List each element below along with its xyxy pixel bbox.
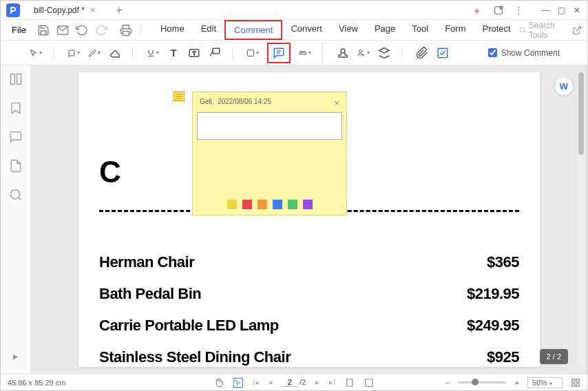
color-orange[interactable] (258, 200, 267, 209)
add-tab-button[interactable]: + (109, 4, 129, 17)
svg-text:T: T (193, 50, 196, 56)
note-textarea[interactable] (197, 112, 342, 140)
tab-protect[interactable]: Protect (474, 20, 518, 40)
fullscreen-icon[interactable] (571, 378, 580, 388)
close-button[interactable]: ✕ (574, 6, 580, 15)
text-tool[interactable]: T (167, 47, 180, 59)
scrollbar-thumb[interactable] (578, 72, 584, 155)
color-purple[interactable] (303, 200, 313, 209)
svg-rect-26 (17, 74, 21, 85)
tab-close-icon[interactable]: × (90, 5, 96, 15)
search-placeholder: Search Tools (529, 21, 565, 40)
hand-tool-icon[interactable] (214, 378, 224, 388)
mail-icon[interactable] (56, 24, 69, 36)
color-red[interactable] (242, 200, 252, 209)
pencil-tool[interactable] (88, 47, 101, 59)
underline-tool[interactable] (147, 47, 159, 59)
tab-edit[interactable]: Edit (193, 20, 224, 40)
tab-page[interactable]: Page (366, 20, 403, 40)
comments-panel-icon[interactable] (9, 130, 23, 144)
bookmark-icon[interactable] (9, 101, 23, 115)
zoom-out-icon[interactable]: − (445, 379, 450, 387)
note-marker-icon[interactable] (174, 92, 185, 101)
show-comment-toggle[interactable]: Show Comment (488, 48, 580, 58)
undo-icon[interactable] (76, 24, 88, 36)
word-export-icon[interactable]: W (554, 76, 574, 96)
svg-point-27 (10, 190, 19, 199)
zoom-in-icon[interactable]: + (514, 379, 518, 387)
color-blue[interactable] (273, 200, 282, 209)
page-input[interactable] (282, 378, 297, 387)
svg-point-23 (363, 54, 364, 55)
attachments-panel-icon[interactable] (9, 159, 23, 173)
sparkle-icon[interactable]: ✦ (472, 5, 483, 16)
svg-line-6 (576, 26, 580, 30)
approve-tool[interactable] (378, 47, 390, 59)
list-item: Stainless Steel Dining Chair$925 (99, 348, 519, 366)
titlebar: P bill-Copy.pdf * × + ✦ ⋮ — ▢ ✕ (1, 1, 587, 20)
next-page-icon[interactable]: ▸ (315, 378, 319, 387)
callout-tool[interactable] (209, 47, 221, 59)
zoom-dropdown[interactable]: 50% ▾ (527, 377, 563, 388)
maximize-button[interactable]: ▢ (558, 6, 565, 15)
minimize-button[interactable]: — (541, 6, 549, 15)
cursor-tool[interactable] (30, 47, 42, 59)
svg-rect-34 (576, 383, 579, 386)
color-yellow[interactable] (227, 200, 237, 209)
expand-sidebar-icon[interactable]: ▶ (13, 353, 18, 360)
tab-convert[interactable]: Convert (282, 20, 330, 40)
svg-rect-31 (572, 379, 575, 381)
print-icon[interactable] (120, 24, 132, 36)
tab-home[interactable]: Home (152, 20, 193, 40)
save-icon[interactable] (37, 24, 50, 36)
measure-tool[interactable] (299, 47, 311, 59)
svg-point-4 (520, 28, 525, 32)
menu-tabs: Home Edit Comment Convert View Page Tool… (152, 20, 519, 40)
svg-rect-3 (123, 31, 129, 35)
comment-list-tool[interactable] (437, 47, 449, 59)
tab-form[interactable]: Form (437, 20, 474, 40)
comment-toolbar: T T Show Comment (1, 41, 587, 65)
eraser-tool[interactable] (109, 47, 121, 59)
search-tools[interactable]: Search Tools (519, 21, 565, 40)
file-menu[interactable]: File (6, 22, 32, 38)
shape-tool[interactable] (246, 47, 259, 59)
svg-rect-29 (347, 379, 353, 386)
note-tool[interactable] (267, 43, 291, 63)
share-icon[interactable] (572, 24, 582, 36)
document-viewer[interactable]: Geli, 2022/08/06 14:25 × ⋰ Collection Li… (31, 65, 587, 374)
left-sidebar: ▶ (1, 65, 31, 374)
item-list: Herman Chair$365 Bath Pedal Bin$219.95 C… (99, 253, 519, 366)
document-tab[interactable]: bill-Copy.pdf * × (25, 2, 109, 18)
thumbnails-icon[interactable] (9, 72, 23, 86)
highlight-tool[interactable] (67, 47, 80, 59)
textbox-tool[interactable]: T (188, 47, 200, 59)
zoom-slider-thumb[interactable] (472, 379, 479, 385)
first-page-icon[interactable]: I◂ (253, 378, 259, 387)
stamp-tool[interactable] (337, 47, 349, 59)
color-green[interactable] (288, 200, 297, 209)
note-close-icon[interactable]: × (334, 98, 339, 108)
vertical-scrollbar[interactable] (578, 72, 585, 367)
note-popup[interactable]: Geli, 2022/08/06 14:25 × ⋰ (192, 92, 347, 215)
signature-tool[interactable] (357, 47, 370, 59)
search-panel-icon[interactable] (9, 188, 23, 202)
show-comment-checkbox[interactable] (488, 48, 497, 57)
tab-tool[interactable]: Tool (403, 20, 437, 40)
notification-icon[interactable] (493, 5, 504, 16)
zoom-slider[interactable] (458, 381, 506, 383)
select-tool-icon[interactable] (233, 378, 243, 388)
attachment-tool[interactable] (416, 47, 428, 59)
fit-page-icon[interactable] (364, 378, 374, 388)
note-author: Geli, (200, 98, 214, 105)
redo-icon[interactable] (95, 24, 107, 36)
tab-view[interactable]: View (330, 20, 366, 40)
document-dimensions: 45.86 x 95.29 cm (8, 379, 65, 387)
kebab-menu-icon[interactable]: ⋮ (514, 5, 525, 16)
fit-width-icon[interactable] (345, 378, 355, 388)
last-page-icon[interactable]: ▸I (329, 378, 335, 387)
tab-comment[interactable]: Comment (224, 20, 282, 40)
prev-page-icon[interactable]: ◂ (269, 378, 273, 387)
page-indicator-badge: 2 / 2 (540, 349, 568, 364)
svg-rect-32 (576, 379, 579, 381)
